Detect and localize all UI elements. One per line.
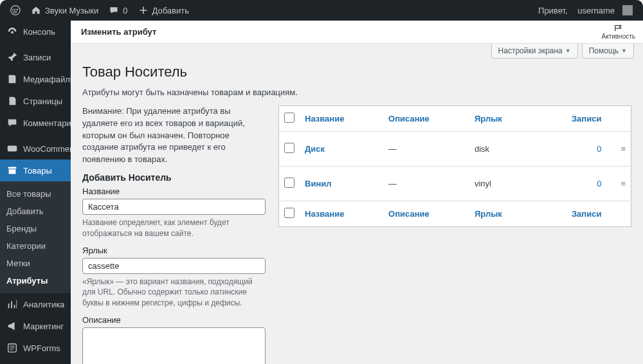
pin-icon — [6, 51, 18, 63]
sidebar-woocommerce[interactable]: WooCommerce — [0, 138, 71, 159]
term-name-link[interactable]: Диск — [305, 144, 325, 154]
svg-point-0 — [11, 6, 20, 15]
sidebar-wpforms[interactable]: WPForms — [0, 337, 71, 359]
sub-all-products[interactable]: Все товары — [0, 185, 71, 203]
chart-icon — [6, 298, 18, 310]
plus-icon — [138, 5, 149, 15]
sidebar-products[interactable]: Товары — [0, 159, 71, 181]
svg-rect-1 — [8, 146, 17, 152]
comments-count: 0 — [123, 6, 127, 15]
sub-brands[interactable]: Бренды — [0, 220, 71, 237]
sidebar-posts[interactable]: Записи — [0, 46, 71, 68]
col-posts[interactable]: Записи — [572, 114, 601, 123]
term-name-link[interactable]: Винил — [305, 179, 331, 188]
term-desc: — — [383, 131, 469, 166]
home-icon — [31, 5, 41, 15]
gauge-icon — [6, 26, 18, 37]
col-name[interactable]: Название — [305, 114, 344, 123]
sub-add[interactable]: Добавить — [0, 203, 71, 220]
woocommerce-icon — [6, 143, 18, 154]
col-slug[interactable]: Ярлык — [475, 114, 502, 123]
sidebar-analytics[interactable]: Аналитика — [0, 293, 71, 315]
sidebar-media[interactable]: Медиафайлы — [0, 68, 71, 90]
name-label: Название — [82, 187, 266, 196]
select-all-bottom[interactable] — [284, 208, 294, 218]
term-count-link[interactable]: 0 — [597, 144, 601, 154]
table-row: Диск — disk 0 ≡ — [279, 131, 631, 166]
help-tab[interactable]: Помощь▼ — [582, 44, 634, 59]
sub-tags[interactable]: Метки — [0, 255, 71, 272]
main-area: Изменить атрибут Активность Настройки эк… — [71, 21, 643, 364]
comment-icon — [109, 5, 119, 15]
username: username — [577, 6, 615, 15]
screen-options-tab[interactable]: Настройки экрана▼ — [491, 44, 578, 59]
sidebar-marketing[interactable]: Маркетинг — [0, 315, 71, 337]
description-label: Описание — [82, 315, 266, 325]
products-submenu: Все товары Добавить Бренды Категории Мет… — [0, 181, 71, 293]
table-row: Винил — vinyl 0 ≡ — [279, 166, 631, 201]
row-checkbox[interactable] — [284, 177, 294, 188]
col-desc[interactable]: Описание — [388, 114, 430, 123]
sub-categories[interactable]: Категории — [0, 237, 71, 255]
row-checkbox[interactable] — [284, 143, 294, 153]
greeting: Привет, — [538, 6, 568, 15]
name-hint: Название определяет, как элемент будет о… — [82, 217, 266, 239]
activity-label: Активность — [601, 33, 635, 40]
add-label: Добавить — [152, 6, 189, 15]
page-title: Товар Носитель — [82, 64, 631, 80]
new-content[interactable]: Добавить — [133, 0, 194, 21]
comment-icon — [6, 117, 18, 129]
wordpress-icon — [10, 5, 21, 15]
avatar — [622, 5, 633, 15]
warning-text: Внимание: При удаление атрибута вы удаля… — [82, 105, 266, 166]
page-icon — [6, 95, 18, 107]
slug-input[interactable] — [82, 258, 266, 274]
comments-link[interactable]: 0 — [104, 0, 132, 21]
top-panel: Изменить атрибут Активность — [71, 21, 643, 44]
chevron-down-icon: ▼ — [621, 48, 627, 54]
sidebar-dashboard[interactable]: Консоль — [0, 21, 71, 42]
wp-logo[interactable] — [5, 0, 26, 21]
megaphone-icon — [6, 320, 18, 332]
form-icon — [6, 342, 18, 354]
terms-table-column: Название Описание Ярлык Записи Диск — — [278, 105, 631, 227]
term-desc: — — [383, 166, 469, 201]
chevron-down-icon: ▼ — [565, 48, 571, 54]
screen-meta-row: Настройки экрана▼ Помощь▼ — [71, 44, 643, 61]
col-posts[interactable]: Записи — [572, 209, 601, 219]
description-textarea[interactable] — [82, 327, 266, 364]
slug-label: Ярлык — [82, 246, 266, 255]
term-slug: vinyl — [469, 166, 533, 201]
add-term-heading: Добавить Носитель — [82, 172, 266, 183]
account-link[interactable]: Привет, username — [533, 0, 638, 21]
drag-handle-icon[interactable]: ≡ — [620, 144, 626, 154]
flag-icon — [613, 24, 624, 33]
term-slug: disk — [469, 131, 533, 166]
name-input[interactable] — [82, 199, 266, 215]
drag-handle-icon[interactable]: ≡ — [620, 179, 626, 188]
sidebar-comments[interactable]: Комментарии — [0, 112, 71, 134]
activity-panel-toggle[interactable]: Активность — [601, 21, 635, 43]
col-desc[interactable]: Описание — [388, 209, 430, 219]
archive-icon — [6, 165, 18, 176]
col-slug[interactable]: Ярлык — [475, 209, 502, 219]
add-form-column: Внимание: При удаление атрибута вы удаля… — [82, 105, 266, 364]
slug-hint: «Ярлык» — это вариант названия, подходящ… — [82, 277, 266, 309]
admin-bar: Звуки Музыки 0 Добавить Привет, username — [0, 0, 643, 21]
term-count-link[interactable]: 0 — [597, 179, 601, 188]
edit-attribute-heading: Изменить атрибут — [81, 27, 156, 37]
col-name[interactable]: Название — [305, 209, 344, 219]
terms-table: Название Описание Ярлык Записи Диск — — [278, 105, 631, 227]
sidebar-pages[interactable]: Страницы — [0, 90, 71, 112]
site-link[interactable]: Звуки Музыки — [26, 0, 104, 21]
sub-attributes[interactable]: Атрибуты — [0, 272, 71, 289]
admin-sidebar: Консоль Записи Медиафайлы Страницы Комме… — [0, 21, 71, 364]
intro-text: Атрибуты могут быть назначены товарам и … — [82, 87, 631, 99]
select-all-top[interactable] — [284, 113, 294, 123]
media-icon — [6, 73, 18, 85]
site-title: Звуки Музыки — [45, 6, 98, 15]
